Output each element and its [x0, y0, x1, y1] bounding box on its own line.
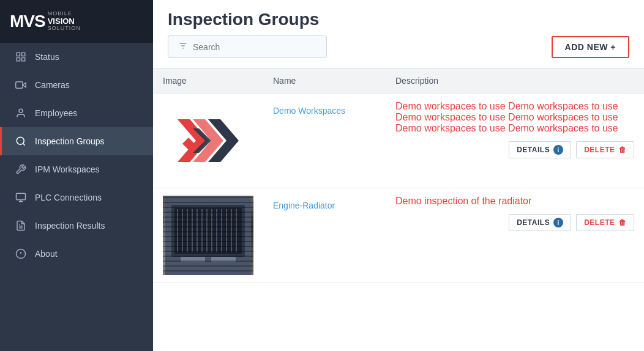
main-content: Inspection Groups ADD NEW + Image Name D… — [153, 0, 644, 351]
svg-rect-1 — [22, 53, 25, 56]
cameras-icon — [14, 79, 28, 91]
trash-icon: 🗑 — [619, 146, 627, 154]
employees-icon — [14, 108, 28, 119]
sidebar-item-inspection-groups[interactable]: Inspection Groups — [0, 127, 153, 155]
svg-rect-0 — [17, 53, 20, 56]
delete-button-0[interactable]: DELETE 🗑 — [576, 141, 634, 158]
sidebar-label-status: Status — [35, 52, 59, 62]
sidebar-item-cameras[interactable]: Cameras — [0, 71, 153, 99]
sidebar-item-ipm-workspaces[interactable]: IPM Workspaces — [0, 155, 153, 183]
svg-point-5 — [19, 109, 23, 113]
col-name: Name — [263, 68, 386, 94]
row-name-text: Demo Workspaces — [273, 106, 345, 116]
trash-icon-2: 🗑 — [619, 218, 627, 227]
sidebar-item-inspection-results[interactable]: Inspection Results — [0, 212, 153, 240]
info-icon-2: i — [553, 218, 563, 227]
svg-rect-26 — [174, 208, 242, 254]
about-icon — [14, 248, 28, 259]
engine-radiator-image — [163, 196, 253, 275]
search-box[interactable] — [168, 35, 327, 58]
svg-rect-40 — [181, 257, 205, 262]
sidebar-label-ipm: IPM Workspaces — [35, 164, 100, 174]
search-input[interactable] — [193, 42, 316, 52]
demo-workspaces-image — [163, 101, 253, 180]
sidebar-label-employees: Employees — [35, 108, 77, 118]
svg-rect-3 — [22, 58, 25, 61]
table-row: Engine-Radiator Demo inspection of the r… — [153, 188, 644, 283]
col-description: Description — [386, 68, 644, 94]
sidebar-item-plc-connections[interactable]: PLC Connections — [0, 183, 153, 212]
details-label: DETAILS — [517, 146, 550, 154]
app-logo: MVS MOBILE VISION SOLUTION — [0, 0, 153, 43]
svg-rect-24 — [165, 196, 251, 275]
details-button-1[interactable]: DETAILS i — [509, 214, 571, 231]
row-name-cell-2[interactable]: Engine-Radiator — [263, 188, 386, 283]
results-icon — [14, 220, 28, 231]
row-name-cell[interactable]: Demo Workspaces — [263, 94, 386, 188]
inspection-groups-icon — [14, 136, 28, 147]
logo-solution: SOLUTION — [48, 26, 81, 32]
row-actions: DETAILS i DELETE 🗑 — [395, 141, 634, 158]
sidebar-label-inspection-groups: Inspection Groups — [35, 136, 105, 146]
info-icon: i — [553, 145, 563, 155]
svg-rect-8 — [17, 193, 26, 200]
table-header-row: Image Name Description — [153, 68, 644, 94]
sidebar-item-about[interactable]: About — [0, 240, 153, 268]
col-image: Image — [153, 68, 263, 94]
svg-rect-41 — [211, 257, 236, 262]
delete-label: DELETE — [584, 146, 615, 154]
row-desc-text-2: Demo inspection of the radiator — [395, 196, 634, 207]
toolbar: ADD NEW + — [168, 35, 629, 63]
row-name-text-2: Engine-Radiator — [273, 201, 335, 210]
ipm-icon — [14, 164, 28, 175]
add-new-button[interactable]: ADD NEW + — [552, 36, 629, 58]
svg-rect-2 — [17, 58, 20, 61]
filter-icon — [178, 41, 188, 53]
page-title: Inspection Groups — [168, 10, 629, 29]
row-desc-text: Demo workspaces to use Demo workspaces t… — [395, 101, 634, 134]
sidebar: MVS MOBILE VISION SOLUTION Status Camera… — [0, 0, 153, 351]
svg-rect-25 — [171, 205, 245, 257]
delete-label-2: DELETE — [584, 218, 615, 227]
sidebar-item-status[interactable]: Status — [0, 43, 153, 71]
sidebar-label-cameras: Cameras — [35, 80, 70, 90]
details-label-2: DETAILS — [517, 218, 550, 227]
inspection-groups-table: Image Name Description — [153, 68, 644, 283]
plc-icon — [14, 192, 28, 203]
svg-rect-42 — [184, 263, 233, 267]
row-desc-cell: Demo workspaces to use Demo workspaces t… — [386, 94, 644, 188]
details-button-0[interactable]: DETAILS i — [509, 141, 571, 158]
svg-line-7 — [23, 143, 24, 145]
sidebar-item-employees[interactable]: Employees — [0, 99, 153, 127]
sidebar-label-results: Inspection Results — [35, 221, 105, 231]
row-image-cell-2 — [153, 188, 263, 283]
table-row: Demo Workspaces Demo workspaces to use D… — [153, 94, 644, 188]
svg-rect-4 — [16, 82, 23, 89]
status-icon — [14, 51, 28, 62]
sidebar-label-plc: PLC Connections — [35, 193, 102, 202]
logo-vision: VISION — [48, 17, 81, 26]
sidebar-label-about: About — [35, 249, 58, 259]
delete-button-1[interactable]: DELETE 🗑 — [576, 214, 634, 231]
main-header: Inspection Groups ADD NEW + — [153, 0, 644, 68]
logo-mvs-text: MVS — [10, 12, 45, 31]
row-desc-cell-2: Demo inspection of the radiator DETAILS … — [386, 188, 644, 283]
table-container: Image Name Description — [153, 68, 644, 351]
logo-text-block: MOBILE VISION SOLUTION — [48, 11, 81, 32]
svg-point-6 — [17, 137, 24, 144]
row-actions-2: DETAILS i DELETE 🗑 — [395, 214, 634, 231]
row-image-cell — [153, 94, 263, 188]
